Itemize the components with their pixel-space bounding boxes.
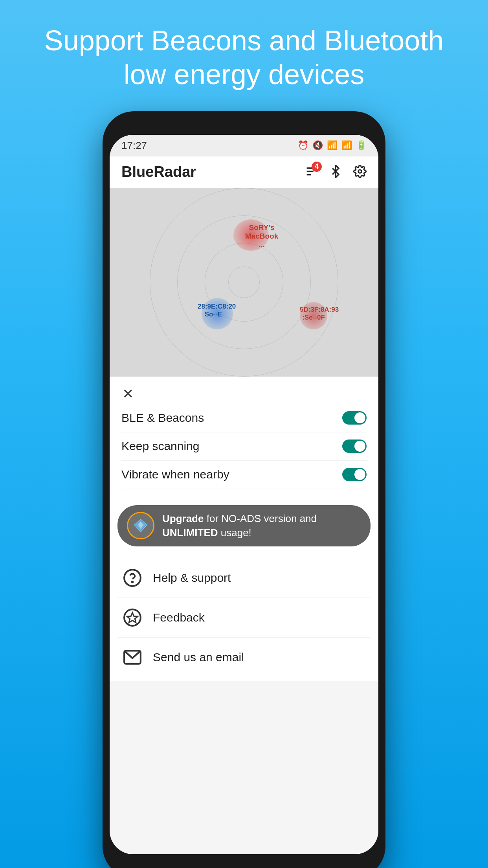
setting-ble-label: BLE & Beacons: [121, 411, 204, 425]
mute-icon: 🔇: [312, 140, 323, 151]
help-circle-icon: [121, 567, 143, 589]
app-bar: BlueRadar 4: [110, 156, 378, 188]
alarm-icon: ⏰: [298, 140, 308, 151]
radar-circles: [110, 188, 378, 377]
ble-toggle[interactable]: [342, 411, 367, 425]
status-bar: 17:27 ⏰ 🔇 📶 📶 🔋: [110, 135, 378, 156]
svg-point-3: [358, 170, 362, 173]
status-time: 17:27: [121, 140, 147, 152]
radar-dot-red: 5D:3F:8A:93:Se--0F: [300, 302, 327, 329]
signal-icon: 📶: [341, 140, 352, 151]
upgrade-banner[interactable]: Upgrade for NO-ADS version and UNLIMITED…: [117, 505, 371, 546]
phone-screen: 17:27 ⏰ 🔇 📶 📶 🔋 BlueRadar: [110, 135, 378, 854]
menu-item-email[interactable]: Send us an email: [117, 638, 371, 677]
help-label: Help & support: [153, 571, 231, 585]
feedback-star-icon: [121, 607, 143, 629]
phone-shell: 17:27 ⏰ 🔇 📶 📶 🔋 BlueRadar: [103, 111, 385, 868]
vibrate-toggle[interactable]: [342, 468, 367, 481]
radar-dot-macbook: SoRY'sMacBook ...: [233, 219, 269, 251]
wifi-icon: 📶: [327, 140, 338, 151]
status-icons: ⏰ 🔇 📶 📶 🔋: [298, 140, 367, 151]
diamond-icon: [127, 512, 154, 539]
bottom-sheet: BLE & Beacons Keep scanning Vibrate when…: [110, 377, 378, 681]
menu-list: Help & support Feedback: [110, 554, 378, 681]
upgrade-text: Upgrade for NO-ADS version and UNLIMITED…: [162, 511, 361, 540]
setting-vibrate-label: Vibrate when nearby: [121, 468, 229, 481]
menu-item-help[interactable]: Help & support: [117, 558, 371, 598]
scanning-toggle[interactable]: [342, 440, 367, 453]
svg-marker-12: [127, 612, 138, 622]
phone-container: 17:27 ⏰ 🔇 📶 📶 🔋 BlueRadar: [95, 111, 393, 868]
hero-title: Support Beacons and Bluetooth low energy…: [0, 0, 488, 111]
filter-badge: 4: [312, 162, 322, 172]
setting-ble-beacons: BLE & Beacons: [121, 404, 367, 432]
setting-keep-scanning: Keep scanning: [121, 432, 367, 461]
app-bar-icons: 4: [305, 165, 367, 180]
app-title: BlueRadar: [121, 164, 305, 180]
close-button[interactable]: [118, 384, 138, 403]
bluetooth-button[interactable]: [329, 165, 342, 180]
radar-dot-blue: 28:9E:C8:20So--E: [202, 298, 233, 329]
setting-vibrate: Vibrate when nearby: [121, 461, 367, 489]
battery-icon: 🔋: [356, 140, 367, 151]
setting-scanning-label: Keep scanning: [121, 440, 200, 453]
feedback-label: Feedback: [153, 611, 205, 624]
settings-button[interactable]: [353, 165, 367, 180]
divider-1: [110, 497, 378, 497]
email-label: Send us an email: [153, 651, 244, 664]
settings-list: BLE & Beacons Keep scanning Vibrate when…: [110, 377, 378, 489]
radar-area: SoRY'sMacBook ... 28:9E:C8:20So--E 5D:3F…: [110, 188, 378, 377]
email-icon: [121, 646, 143, 668]
menu-item-feedback[interactable]: Feedback: [117, 598, 371, 638]
filter-button[interactable]: 4: [305, 165, 318, 180]
